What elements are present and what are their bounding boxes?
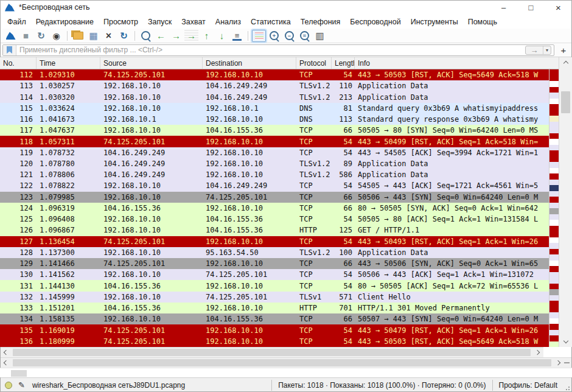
maximize-button[interactable]: □ [517, 0, 545, 15]
find-packet-icon[interactable] [139, 30, 153, 42]
resize-columns-icon[interactable]: ▥ [313, 30, 327, 42]
packet-row[interactable]: 1201.078780104.16.249.249192.168.10.10TL… [0, 158, 549, 169]
column-header-time[interactable]: Time [37, 57, 100, 69]
column-header-protocol[interactable]: Protocol [296, 57, 332, 69]
menu-item[interactable]: Анализ [211, 16, 246, 28]
reload-file-icon[interactable]: ↻ [117, 30, 131, 42]
hscroll-thumb-2[interactable] [13, 359, 551, 366]
packet-row[interactable]: 1301.141562192.168.10.1074.125.205.101TC… [0, 269, 549, 280]
packet-row[interactable]: 1281.137300192.168.10.1095.163.54.50TLSv… [0, 247, 549, 258]
minimap-stripe [549, 318, 559, 324]
packet-row[interactable]: 1311.144130104.16.155.36192.168.10.10TCP… [0, 280, 549, 291]
cell-dst: 192.168.10.10 [203, 237, 296, 246]
resize-grip-box[interactable] [11, 370, 27, 377]
minimap-stripe [549, 87, 559, 93]
minimap-stripe [549, 289, 559, 295]
capture-comment-icon[interactable]: ✎ [18, 380, 25, 390]
menu-item[interactable]: Файл [2, 16, 31, 28]
restart-capture-icon[interactable]: ↻ [34, 30, 48, 42]
zoom-out-icon[interactable] [282, 30, 296, 42]
lower-hscrollbar[interactable] [0, 357, 572, 368]
packet-row[interactable]: 1151.033624192.168.10.10192.168.10.1DNS8… [0, 103, 549, 114]
scroll-left-arrow-icon-2[interactable] [2, 361, 10, 365]
minimap-stripe [549, 341, 559, 348]
scroll-right-arrow-icon[interactable] [534, 351, 541, 354]
column-header-length[interactable]: Length [332, 57, 355, 69]
packet-list-hscrollbar[interactable] [0, 347, 543, 357]
scroll-right-arrow-icon-2[interactable] [554, 361, 562, 365]
menu-item[interactable]: Беспроводной [345, 16, 405, 28]
vertical-scrollbar[interactable] [559, 57, 572, 347]
window-resize-grip[interactable] [565, 382, 570, 388]
packet-row[interactable]: 1161.041673192.168.10.1192.168.10.10DNS1… [0, 114, 549, 125]
stop-capture-icon[interactable]: ■ [19, 30, 33, 42]
packet-row[interactable]: 1131.030257192.168.10.10104.16.249.249TL… [0, 80, 549, 91]
vertical-scroll-thumb[interactable] [561, 91, 570, 113]
packet-row[interactable]: 1241.096319104.16.155.36192.168.10.10TCP… [0, 203, 549, 214]
packet-row[interactable]: 1351.16901974.125.205.101192.168.10.10TC… [0, 324, 549, 335]
cell-src: 192.168.10.1 [100, 115, 203, 124]
filter-dropdown-caret[interactable]: ▾ [543, 46, 551, 54]
close-button[interactable]: × [545, 0, 572, 15]
scroll-left-arrow-icon[interactable] [2, 351, 10, 354]
packet-row[interactable]: 1331.151201104.16.155.36192.168.10.10HTT… [0, 303, 549, 313]
go-bottom-icon[interactable]: ↓ [215, 30, 229, 42]
forward-icon[interactable]: → [169, 30, 183, 42]
cell-src: 104.16.155.36 [100, 204, 203, 212]
menu-item[interactable]: Просмотр [99, 16, 143, 28]
packet-row[interactable]: 1211.078806104.16.249.249192.168.10.10TL… [0, 169, 549, 180]
column-header-no[interactable]: No. [0, 57, 37, 69]
cell-src: 192.168.10.10 [100, 248, 203, 257]
colorize-icon[interactable] [252, 30, 266, 42]
cell-no: 116 [0, 115, 37, 124]
packet-row[interactable]: 1291.14146674.125.205.101192.168.10.10TC… [0, 258, 549, 269]
packet-row[interactable]: 1251.096408192.168.10.10104.16.155.36TCP… [0, 214, 549, 225]
add-filter-button[interactable]: + [557, 44, 570, 56]
scroll-up-arrow-icon[interactable] [559, 59, 572, 68]
menu-item[interactable]: Статистика [246, 16, 296, 28]
packet-row[interactable]: 1271.13645474.125.205.101192.168.10.10TC… [0, 236, 549, 247]
menu-item[interactable]: Телефония [296, 16, 346, 28]
packet-row[interactable]: 1361.18099974.125.205.101192.168.10.10TC… [0, 336, 549, 347]
packet-row[interactable]: 1261.096867192.168.10.10104.16.155.36HTT… [0, 225, 549, 236]
minimize-button[interactable]: – [490, 0, 517, 15]
go-top-icon[interactable]: ↑ [200, 30, 214, 42]
close-file-icon[interactable]: × [102, 30, 116, 42]
packet-row[interactable]: 1171.047637192.168.10.10104.16.155.36TCP… [0, 125, 549, 136]
menu-item[interactable]: Запуск [143, 16, 176, 28]
packet-row[interactable]: 1341.158135192.168.10.10104.16.155.36TCP… [0, 313, 549, 324]
back-icon[interactable]: ← [154, 30, 168, 42]
start-capture-icon[interactable] [4, 30, 18, 42]
packet-row[interactable]: 1321.145999192.168.10.1074.125.205.101TL… [0, 292, 549, 303]
packet-row[interactable]: 1191.078732104.16.249.249192.168.10.10TC… [0, 147, 549, 158]
hscroll-thumb-1[interactable] [13, 349, 531, 356]
save-file-icon[interactable]: ▦ [86, 30, 100, 42]
capture-options-icon[interactable]: ◉ [49, 30, 63, 42]
column-header-info[interactable]: Info [355, 57, 572, 69]
display-filter-input[interactable] [16, 46, 525, 54]
minimap-scrollbar[interactable] [549, 69, 559, 347]
apply-filter-button[interactable]: → [526, 46, 543, 54]
cell-len: 571 [332, 293, 355, 301]
packet-row[interactable]: 1141.030320192.168.10.10104.16.249.249TL… [0, 91, 549, 102]
menu-item[interactable]: Захват [176, 16, 211, 28]
column-header-source[interactable]: Source [100, 57, 203, 69]
zoom-reset-icon[interactable] [298, 30, 312, 42]
goto-packet-icon[interactable]: → [184, 30, 198, 42]
packet-row[interactable]: 1221.078822192.168.10.10104.16.249.249TC… [0, 180, 549, 191]
autoscroll-icon[interactable]: ≡ [230, 30, 244, 42]
scroll-down-arrow-icon[interactable] [559, 337, 572, 345]
cell-len: 54 [332, 282, 355, 290]
open-file-icon[interactable] [71, 30, 85, 42]
menu-item[interactable]: Инструменты [406, 16, 463, 28]
menu-item[interactable]: Помощь [463, 16, 502, 28]
profile-label[interactable]: Профиль: Default [492, 380, 564, 391]
expert-info-icon[interactable] [5, 382, 12, 389]
packet-row[interactable]: 1181.05731174.125.205.101192.168.10.10TC… [0, 136, 549, 147]
filter-bookmark-button[interactable] [3, 45, 16, 55]
column-header-destination[interactable]: Destination [203, 57, 296, 69]
zoom-in-icon[interactable] [267, 30, 281, 42]
packet-row[interactable]: 1231.079985192.168.10.1074.125.205.101TC… [0, 192, 549, 203]
packet-row[interactable]: 1121.02931074.125.205.101192.168.10.10TC… [0, 69, 549, 80]
menu-item[interactable]: Редактирование [31, 16, 99, 28]
